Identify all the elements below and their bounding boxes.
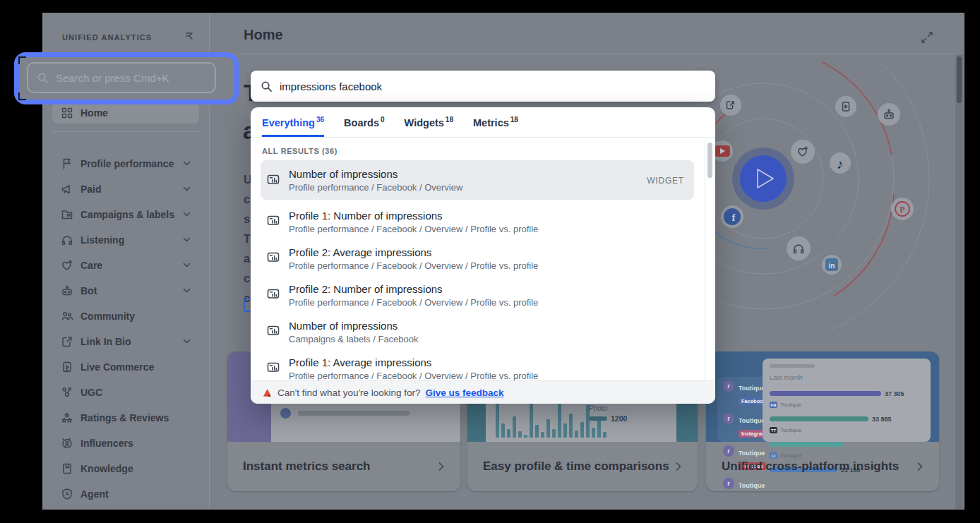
- card-preview: rToutiqueFacebook rToutiqueInstagram rTo…: [706, 351, 939, 442]
- chevron-down-icon[interactable]: [183, 339, 191, 344]
- folder-icon: [61, 208, 73, 221]
- screenshot-stage: UNIFIED ANALYTICS Home Profile performan…: [0, 0, 980, 523]
- expand-icon[interactable]: [921, 31, 933, 47]
- social-orbit-graphic: ♪ P f in: [678, 62, 960, 330]
- chevron-down-icon[interactable]: [183, 288, 191, 294]
- widget-icon: [267, 173, 280, 186]
- modal-footer: Can't find what you're looking for? Give…: [251, 380, 715, 404]
- facebook-mini-icon: [280, 408, 291, 419]
- panel-title: Last month: [770, 373, 924, 381]
- brand-title: UNIFIED ANALYTICS: [62, 33, 152, 42]
- card-title: Easy profile & time comparisons: [483, 459, 669, 474]
- widget-icon: [267, 287, 280, 300]
- sidebar-nav: Home Profile performance Paid Campaigns …: [52, 102, 199, 507]
- sidebar-item-community[interactable]: Community: [52, 303, 199, 329]
- modal-search-input[interactable]: impressions facebook: [251, 71, 715, 102]
- megaphone-icon: [61, 183, 73, 196]
- sidebar-item-live-commerce[interactable]: Live Commerce: [52, 354, 199, 380]
- live-commerce-chip: [835, 96, 856, 117]
- svg-text:♪: ♪: [837, 157, 844, 172]
- card-footer: Easy profile & time comparisons: [467, 442, 698, 491]
- last-month-panel: Last month 37 305 FBToutique 33 885 TTTo…: [763, 359, 931, 442]
- external-link-icon: [61, 335, 73, 348]
- sidebar-item-listening[interactable]: Listening: [52, 227, 199, 253]
- give-feedback-link[interactable]: Give us feedback: [426, 387, 504, 398]
- people-icon: [61, 310, 73, 323]
- chevron-right-icon: [916, 462, 924, 471]
- sidebar-search-input[interactable]: Search or press Cmd+K: [27, 62, 216, 93]
- heart-plus-icon: [61, 259, 73, 272]
- tab-widgets[interactable]: Widgets18: [405, 116, 453, 137]
- pinterest-icon: P: [891, 198, 914, 220]
- chevron-right-icon: [438, 462, 445, 471]
- sidebar-divider: [52, 131, 199, 132]
- card-title: Unified cross-platform insights: [722, 459, 899, 474]
- result-row[interactable]: Number of impressions Campaigns & labels…: [261, 313, 694, 350]
- logo-icon: [262, 387, 273, 398]
- flag-icon: [61, 157, 73, 170]
- sidebar-item-ratings-reviews[interactable]: Ratings & Reviews: [52, 405, 199, 431]
- sidebar-item-home[interactable]: Home: [52, 102, 199, 124]
- bot-chip: [878, 103, 900, 126]
- care-chip: [791, 140, 815, 164]
- tab-boards[interactable]: Boards0: [344, 116, 385, 137]
- tab-metrics[interactable]: Metrics18: [473, 116, 518, 137]
- card-footer: Instant metrics search: [227, 442, 460, 491]
- widget-icon: [267, 361, 280, 373]
- chevron-down-icon[interactable]: [183, 212, 191, 217]
- footer-text: Can't find what you're looking for?: [277, 387, 421, 398]
- shield-icon: A: [61, 488, 73, 500]
- page-title: Home: [244, 27, 283, 43]
- result-row[interactable]: Profile 1: Number of impressions Profile…: [261, 203, 694, 240]
- svg-text:in: in: [829, 262, 835, 270]
- sidebar-item-link-in-bio[interactable]: Link In Bio: [52, 329, 199, 354]
- facebook-icon: f: [721, 205, 743, 228]
- widget-icon: [267, 214, 280, 227]
- sidebar-item-bot[interactable]: Bot: [52, 278, 199, 303]
- tab-everything[interactable]: Everything36: [262, 116, 324, 137]
- results-section-label: ALL RESULTS (36): [251, 138, 715, 160]
- results-scrollbar-thumb[interactable]: [707, 143, 712, 178]
- annotation-handle: [18, 92, 26, 100]
- svg-text:A: A: [65, 491, 68, 496]
- sidebar-item-profile-performance[interactable]: Profile performance: [52, 151, 199, 176]
- svg-text:P: P: [900, 205, 904, 215]
- chevron-down-icon[interactable]: [183, 161, 191, 167]
- play-button: [740, 155, 787, 202]
- result-tabs: Everything36 Boards0 Widgets18 Metrics18: [251, 107, 715, 138]
- listening-chip: [787, 236, 811, 260]
- robot-icon: [61, 284, 73, 297]
- widget-icon: [267, 324, 280, 337]
- result-row[interactable]: Profile 2: Number of impressions Profile…: [261, 277, 694, 313]
- sidebar-item-knowledge[interactable]: Knowledge: [52, 456, 199, 481]
- headphones-icon: [61, 234, 73, 246]
- sidebar-item-paid[interactable]: Paid: [52, 176, 199, 202]
- annotation-handle: [18, 56, 26, 64]
- sidebar-item-agent[interactable]: A Agent: [52, 481, 199, 507]
- sidebar-item-care[interactable]: Care: [52, 253, 199, 278]
- search-icon: [37, 72, 49, 84]
- sidebar-item-influencers[interactable]: Influencers: [52, 431, 199, 456]
- result-row[interactable]: Number of impressions Profile performanc…: [261, 160, 694, 200]
- main-scrollbar-track[interactable]: [955, 54, 963, 509]
- chevron-right-icon: [675, 462, 682, 471]
- collapse-sidebar-icon[interactable]: [184, 30, 196, 45]
- card-footer: Unified cross-platform insights: [706, 442, 939, 491]
- sidebar-item-campaigns-labels[interactable]: Campaigns & labels: [52, 202, 199, 227]
- chevron-down-icon[interactable]: [183, 186, 191, 192]
- results-scrollbar-track[interactable]: [705, 140, 705, 381]
- main-scrollbar-thumb[interactable]: [957, 56, 962, 103]
- search-query: impressions facebook: [280, 80, 382, 92]
- search-highlight-annotation: Search or press Cmd+K: [14, 52, 239, 104]
- live-video-icon: [61, 361, 73, 373]
- book-icon: [61, 462, 73, 475]
- card-cross-platform-insights[interactable]: rToutiqueFacebook rToutiqueInstagram rTo…: [706, 351, 939, 491]
- sidebar-item-ugc[interactable]: UGC: [52, 380, 199, 405]
- widget-badge: WIDGET: [647, 176, 684, 186]
- result-row[interactable]: Profile 2: Average impressions Profile p…: [261, 240, 694, 277]
- chevron-down-icon[interactable]: [183, 237, 191, 243]
- chevron-down-icon[interactable]: [183, 263, 191, 268]
- search-icon: [261, 80, 273, 92]
- linkedin-icon: in: [822, 255, 842, 275]
- widget-icon: [267, 251, 280, 263]
